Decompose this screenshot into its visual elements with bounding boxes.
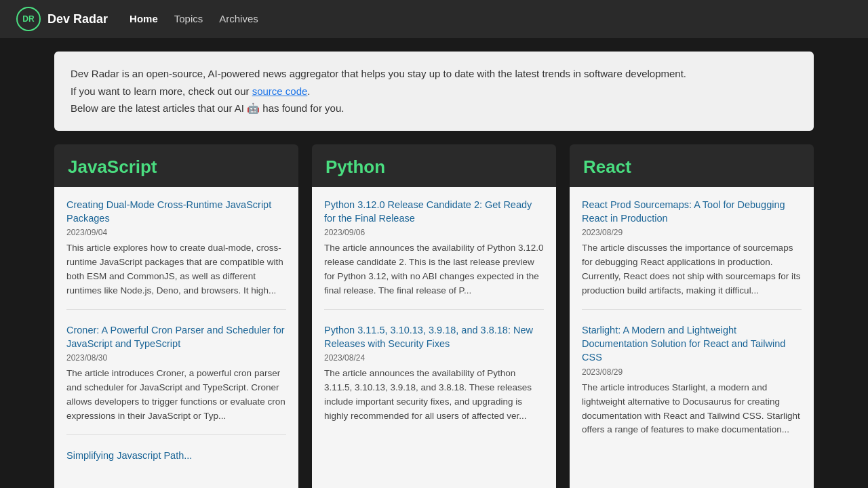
article-excerpt: This article explores how to create dual… <box>66 241 286 298</box>
list-item: Python 3.11.5, 3.10.13, 3.9.18, and 3.8.… <box>324 323 544 434</box>
article-excerpt: The article introduces Croner, a powerfu… <box>66 367 286 424</box>
article-date: 2023/08/29 <box>582 228 802 237</box>
nav-links: Home Topics Archives <box>130 13 258 25</box>
hero-banner: Dev Radar is an open-source, AI-powered … <box>54 52 814 131</box>
article-title[interactable]: Simplifying Javascript Path... <box>66 449 286 462</box>
article-excerpt: The article announces the availability o… <box>324 367 544 424</box>
article-date: 2023/08/29 <box>582 367 802 377</box>
python-articles: Python 3.12.0 Release Candidate 2: Get R… <box>312 187 556 489</box>
hero-line1: Dev Radar is an open-source, AI-powered … <box>71 65 797 83</box>
logo-icon: DR <box>16 7 41 31</box>
logo-text: Dev Radar <box>47 12 108 26</box>
python-heading: Python <box>312 144 556 187</box>
article-title[interactable]: Python 3.11.5, 3.10.13, 3.9.18, and 3.8.… <box>324 323 544 351</box>
article-columns: JavaScript Creating Dual-Mode Cross-Runt… <box>54 144 814 489</box>
list-item: Python 3.12.0 Release Candidate 2: Get R… <box>324 198 544 310</box>
javascript-heading: JavaScript <box>54 144 298 187</box>
list-item: Starlight: A Modern and Lightweight Docu… <box>582 323 802 449</box>
react-column: React React Prod Sourcemaps: A Tool for … <box>570 144 814 489</box>
article-title[interactable]: React Prod Sourcemaps: A Tool for Debugg… <box>582 198 802 226</box>
article-excerpt: The article announces the availability o… <box>324 241 544 298</box>
logo[interactable]: DR Dev Radar <box>16 7 108 31</box>
nav-topics[interactable]: Topics <box>174 13 203 24</box>
javascript-articles: Creating Dual-Mode Cross-Runtime JavaScr… <box>54 187 298 489</box>
nav-home[interactable]: Home <box>130 13 158 24</box>
hero-line3: Below are the latest articles that our A… <box>71 102 244 114</box>
article-excerpt: The article discusses the importance of … <box>582 241 802 298</box>
article-date: 2023/08/24 <box>324 353 544 363</box>
list-item: Croner: A Powerful Cron Parser and Sched… <box>66 323 286 435</box>
list-item: Simplifying Javascript Path... <box>66 449 286 476</box>
article-excerpt: The article introduces Starlight, a mode… <box>582 381 802 438</box>
article-title[interactable]: Creating Dual-Mode Cross-Runtime JavaScr… <box>66 198 286 226</box>
article-title[interactable]: Croner: A Powerful Cron Parser and Sched… <box>66 323 286 351</box>
list-item: React Prod Sourcemaps: A Tool for Debugg… <box>582 198 802 310</box>
list-item: Creating Dual-Mode Cross-Runtime JavaScr… <box>66 198 286 310</box>
hero-line3-end: has found for you. <box>262 102 344 114</box>
react-heading: React <box>570 144 814 187</box>
nav-archives[interactable]: Archives <box>219 13 258 24</box>
source-code-link[interactable]: source code <box>252 85 308 97</box>
python-column: Python Python 3.12.0 Release Candidate 2… <box>312 144 556 489</box>
react-articles: React Prod Sourcemaps: A Tool for Debugg… <box>570 187 814 489</box>
navbar: DR Dev Radar Home Topics Archives <box>0 0 868 38</box>
article-title[interactable]: Python 3.12.0 Release Candidate 2: Get R… <box>324 198 544 226</box>
article-date: 2023/09/04 <box>66 228 286 237</box>
javascript-column: JavaScript Creating Dual-Mode Cross-Runt… <box>54 144 298 489</box>
robot-emoji: 🤖 <box>247 102 262 114</box>
hero-line2: If you want to learn more, check out our <box>71 85 249 97</box>
article-title[interactable]: Starlight: A Modern and Lightweight Docu… <box>582 323 802 365</box>
article-date: 2023/08/30 <box>66 353 286 363</box>
article-date: 2023/09/06 <box>324 228 544 237</box>
